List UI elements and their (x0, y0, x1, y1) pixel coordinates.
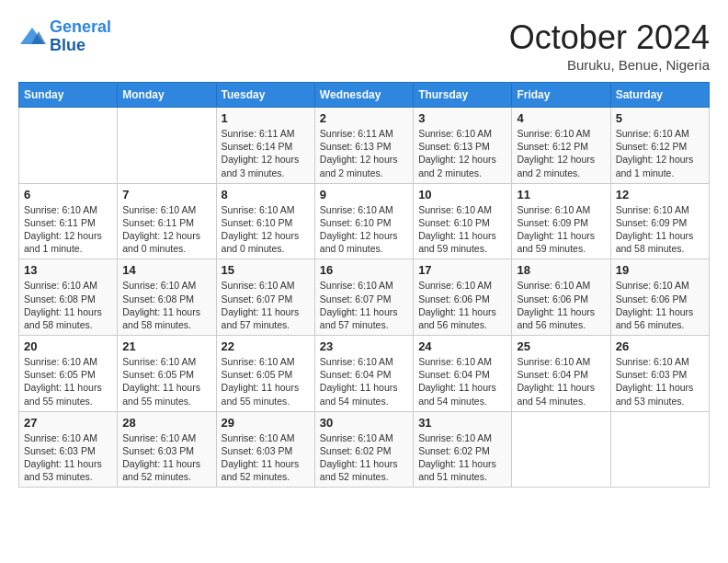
day-cell: 5Sunrise: 6:10 AM Sunset: 6:12 PM Daylig… (610, 108, 709, 184)
logo: General Blue (18, 18, 111, 55)
day-info: Sunrise: 6:10 AM Sunset: 6:04 PM Dayligh… (517, 355, 605, 408)
weekday-header-monday: Monday (118, 83, 216, 108)
week-row-2: 6Sunrise: 6:10 AM Sunset: 6:11 PM Daylig… (19, 183, 710, 259)
day-info: Sunrise: 6:10 AM Sunset: 6:07 PM Dayligh… (222, 279, 310, 331)
day-info: Sunrise: 6:10 AM Sunset: 6:05 PM Dayligh… (222, 355, 310, 408)
day-number: 14 (122, 263, 210, 277)
day-number: 28 (122, 416, 210, 430)
day-info: Sunrise: 6:10 AM Sunset: 6:12 PM Dayligh… (517, 127, 605, 179)
day-cell: 19Sunrise: 6:10 AM Sunset: 6:06 PM Dayli… (610, 259, 709, 336)
day-number: 15 (222, 263, 310, 277)
weekday-header-thursday: Thursday (414, 83, 512, 108)
day-cell: 9Sunrise: 6:10 AM Sunset: 6:10 PM Daylig… (314, 183, 413, 259)
day-info: Sunrise: 6:10 AM Sunset: 6:11 PM Dayligh… (24, 203, 112, 256)
day-cell: 24Sunrise: 6:10 AM Sunset: 6:04 PM Dayli… (414, 336, 512, 412)
day-number: 9 (320, 188, 408, 201)
day-number: 1 (222, 111, 310, 125)
day-info: Sunrise: 6:10 AM Sunset: 6:10 PM Dayligh… (222, 203, 310, 256)
day-number: 19 (616, 263, 704, 277)
day-cell (118, 108, 216, 184)
day-info: Sunrise: 6:10 AM Sunset: 6:04 PM Dayligh… (418, 355, 506, 408)
day-cell: 22Sunrise: 6:10 AM Sunset: 6:05 PM Dayli… (216, 336, 314, 412)
day-cell: 13Sunrise: 6:10 AM Sunset: 6:08 PM Dayli… (19, 259, 118, 336)
calendar-table: SundayMondayTuesdayWednesdayThursdayFrid… (18, 82, 710, 488)
day-number: 30 (320, 416, 408, 430)
day-cell: 20Sunrise: 6:10 AM Sunset: 6:05 PM Dayli… (19, 336, 118, 412)
location: Buruku, Benue, Nigeria (509, 57, 710, 73)
day-number: 3 (418, 111, 506, 125)
day-number: 22 (222, 339, 310, 353)
day-number: 8 (222, 188, 310, 201)
day-info: Sunrise: 6:10 AM Sunset: 6:09 PM Dayligh… (517, 203, 605, 256)
day-number: 23 (320, 339, 408, 353)
day-cell: 4Sunrise: 6:10 AM Sunset: 6:12 PM Daylig… (512, 108, 610, 184)
day-cell: 18Sunrise: 6:10 AM Sunset: 6:06 PM Dayli… (512, 259, 610, 336)
day-number: 12 (616, 188, 704, 201)
day-number: 7 (122, 188, 210, 201)
day-info: Sunrise: 6:10 AM Sunset: 6:10 PM Dayligh… (418, 203, 506, 256)
day-number: 10 (418, 188, 506, 201)
week-row-1: 1Sunrise: 6:11 AM Sunset: 6:14 PM Daylig… (19, 108, 710, 184)
day-number: 25 (517, 339, 605, 353)
day-info: Sunrise: 6:10 AM Sunset: 6:03 PM Dayligh… (122, 431, 210, 484)
day-info: Sunrise: 6:10 AM Sunset: 6:05 PM Dayligh… (122, 355, 210, 408)
day-info: Sunrise: 6:10 AM Sunset: 6:08 PM Dayligh… (24, 279, 112, 331)
day-cell: 1Sunrise: 6:11 AM Sunset: 6:14 PM Daylig… (216, 108, 314, 184)
logo-text: General Blue (50, 18, 111, 55)
day-info: Sunrise: 6:10 AM Sunset: 6:06 PM Dayligh… (517, 279, 605, 331)
day-cell: 7Sunrise: 6:10 AM Sunset: 6:11 PM Daylig… (118, 183, 216, 259)
day-cell: 14Sunrise: 6:10 AM Sunset: 6:08 PM Dayli… (118, 259, 216, 336)
day-cell: 25Sunrise: 6:10 AM Sunset: 6:04 PM Dayli… (512, 336, 610, 412)
day-cell: 27Sunrise: 6:10 AM Sunset: 6:03 PM Dayli… (19, 411, 118, 488)
day-info: Sunrise: 6:11 AM Sunset: 6:14 PM Dayligh… (222, 127, 310, 179)
day-cell: 17Sunrise: 6:10 AM Sunset: 6:06 PM Dayli… (414, 259, 512, 336)
day-info: Sunrise: 6:10 AM Sunset: 6:08 PM Dayligh… (122, 279, 210, 331)
day-cell: 29Sunrise: 6:10 AM Sunset: 6:03 PM Dayli… (216, 411, 314, 488)
day-number: 29 (222, 416, 310, 430)
day-info: Sunrise: 6:10 AM Sunset: 6:05 PM Dayligh… (24, 355, 112, 408)
day-number: 6 (24, 188, 112, 201)
day-number: 27 (24, 416, 112, 430)
day-number: 24 (418, 339, 506, 353)
day-info: Sunrise: 6:10 AM Sunset: 6:02 PM Dayligh… (320, 431, 408, 484)
day-cell: 15Sunrise: 6:10 AM Sunset: 6:07 PM Dayli… (216, 259, 314, 336)
month-title: October 2024 (509, 18, 710, 57)
week-row-5: 27Sunrise: 6:10 AM Sunset: 6:03 PM Dayli… (19, 411, 710, 488)
day-cell (19, 108, 118, 184)
weekday-header-friday: Friday (512, 83, 610, 108)
day-number: 21 (122, 339, 210, 353)
weekday-header-tuesday: Tuesday (216, 83, 314, 108)
day-cell (512, 411, 610, 488)
day-number: 18 (517, 263, 605, 277)
day-cell (610, 411, 709, 488)
day-number: 26 (616, 339, 704, 353)
weekday-header-row: SundayMondayTuesdayWednesdayThursdayFrid… (19, 83, 710, 108)
day-info: Sunrise: 6:10 AM Sunset: 6:03 PM Dayligh… (222, 431, 310, 484)
day-number: 16 (320, 263, 408, 277)
day-number: 2 (320, 111, 408, 125)
day-cell: 12Sunrise: 6:10 AM Sunset: 6:09 PM Dayli… (610, 183, 709, 259)
weekday-header-saturday: Saturday (610, 83, 709, 108)
day-cell: 8Sunrise: 6:10 AM Sunset: 6:10 PM Daylig… (216, 183, 314, 259)
day-cell: 3Sunrise: 6:10 AM Sunset: 6:13 PM Daylig… (414, 108, 512, 184)
page-header: General Blue October 2024 Buruku, Benue,… (18, 18, 710, 73)
week-row-3: 13Sunrise: 6:10 AM Sunset: 6:08 PM Dayli… (19, 259, 710, 336)
day-info: Sunrise: 6:10 AM Sunset: 6:07 PM Dayligh… (320, 279, 408, 331)
day-info: Sunrise: 6:10 AM Sunset: 6:04 PM Dayligh… (320, 355, 408, 408)
day-number: 11 (517, 188, 605, 201)
day-cell: 23Sunrise: 6:10 AM Sunset: 6:04 PM Dayli… (314, 336, 413, 412)
day-cell: 28Sunrise: 6:10 AM Sunset: 6:03 PM Dayli… (118, 411, 216, 488)
weekday-header-wednesday: Wednesday (314, 83, 413, 108)
day-cell: 16Sunrise: 6:10 AM Sunset: 6:07 PM Dayli… (314, 259, 413, 336)
day-info: Sunrise: 6:10 AM Sunset: 6:13 PM Dayligh… (418, 127, 506, 179)
day-info: Sunrise: 6:11 AM Sunset: 6:13 PM Dayligh… (320, 127, 408, 179)
week-row-4: 20Sunrise: 6:10 AM Sunset: 6:05 PM Dayli… (19, 336, 710, 412)
day-number: 31 (418, 416, 506, 430)
day-number: 17 (418, 263, 506, 277)
day-info: Sunrise: 6:10 AM Sunset: 6:10 PM Dayligh… (320, 203, 408, 256)
day-info: Sunrise: 6:10 AM Sunset: 6:03 PM Dayligh… (24, 431, 112, 484)
day-cell: 6Sunrise: 6:10 AM Sunset: 6:11 PM Daylig… (19, 183, 118, 259)
day-number: 5 (616, 111, 704, 125)
title-block: October 2024 Buruku, Benue, Nigeria (509, 18, 710, 73)
day-cell: 21Sunrise: 6:10 AM Sunset: 6:05 PM Dayli… (118, 336, 216, 412)
